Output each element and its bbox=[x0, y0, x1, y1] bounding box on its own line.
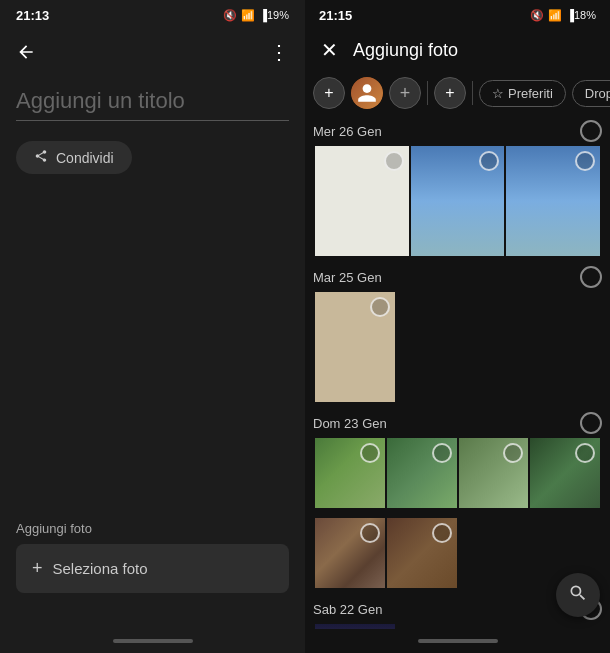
date-label-2: Mar 25 Gen bbox=[313, 270, 382, 285]
preferiti-chip[interactable]: ☆ Preferiti bbox=[479, 80, 566, 107]
photo-thumb[interactable] bbox=[411, 146, 505, 256]
right-status-icons: 🔇 📶 ▐18% bbox=[530, 9, 596, 22]
header-title: Aggiungi foto bbox=[353, 40, 602, 61]
add-photos-label: Aggiungi foto bbox=[16, 521, 289, 536]
battery-icon: ▐19% bbox=[259, 9, 289, 21]
add-photos-section: Aggiungi foto + Seleziona foto bbox=[0, 521, 305, 593]
chip-divider bbox=[427, 81, 428, 105]
zoom-fab[interactable] bbox=[556, 573, 600, 617]
date-row-2: Mar 25 Gen bbox=[313, 266, 602, 288]
photo-select-circle[interactable] bbox=[360, 523, 380, 543]
home-indicator bbox=[113, 639, 193, 643]
photos-grid-3b bbox=[313, 518, 602, 588]
select-photos-label: Seleziona foto bbox=[53, 560, 148, 577]
date-section-3: Dom 23 Gen bbox=[305, 406, 610, 512]
left-panel: 21:13 🔇 📶 ▐19% ⋮ Aggiungi un titolo Cond… bbox=[0, 0, 305, 653]
chip-add-2[interactable]: + bbox=[389, 77, 421, 109]
date-label-3: Dom 23 Gen bbox=[313, 416, 387, 431]
dropbox-label: Drop Box bbox=[585, 86, 610, 101]
photo-select-circle[interactable] bbox=[575, 443, 595, 463]
right-header: ✕ Aggiungi foto bbox=[305, 28, 610, 72]
chip-add-1[interactable]: + bbox=[313, 77, 345, 109]
mute-icon: 🔇 bbox=[223, 9, 237, 22]
date-row-1: Mer 26 Gen bbox=[313, 120, 602, 142]
photo-select-circle[interactable] bbox=[503, 443, 523, 463]
date-label-1: Mer 26 Gen bbox=[313, 124, 382, 139]
chips-row: + + + ☆ Preferiti Drop Box bbox=[305, 72, 610, 114]
photo-thumb[interactable] bbox=[315, 438, 385, 508]
select-circle-2[interactable] bbox=[580, 266, 602, 288]
right-bottom-bar bbox=[305, 629, 610, 653]
share-icon bbox=[34, 149, 48, 166]
share-button[interactable]: Condividi bbox=[16, 141, 132, 174]
star-icon: ☆ bbox=[492, 86, 504, 101]
photo-select-circle[interactable] bbox=[360, 443, 380, 463]
date-section-1: Mer 26 Gen bbox=[305, 114, 610, 260]
date-label-4: Sab 22 Gen bbox=[313, 602, 382, 617]
photo-thumb-empty bbox=[459, 518, 529, 588]
mute-icon-right: 🔇 bbox=[530, 9, 544, 22]
chip-avatar[interactable] bbox=[351, 77, 383, 109]
more-button[interactable]: ⋮ bbox=[261, 34, 297, 70]
left-status-icons: 🔇 📶 ▐19% bbox=[223, 9, 289, 22]
right-status-bar: 21:15 🔇 📶 ▐18% bbox=[305, 0, 610, 28]
plus-icon: + bbox=[32, 558, 43, 579]
date-section-2: Mar 25 Gen bbox=[305, 260, 610, 406]
photo-select-circle[interactable] bbox=[432, 443, 452, 463]
left-time: 21:13 bbox=[16, 8, 49, 23]
avatar-image bbox=[351, 77, 383, 109]
plus-icon-chip3: + bbox=[445, 84, 454, 102]
close-icon: ✕ bbox=[321, 38, 338, 62]
photo-thumb[interactable] bbox=[506, 146, 600, 256]
photo-select-circle[interactable] bbox=[575, 151, 595, 171]
photo-thumb[interactable] bbox=[315, 292, 395, 402]
select-photos-button[interactable]: + Seleziona foto bbox=[16, 544, 289, 593]
left-status-bar: 21:13 🔇 📶 ▐19% bbox=[0, 0, 305, 28]
signal-icon-right: 📶 bbox=[548, 9, 562, 22]
photo-select-circle[interactable] bbox=[370, 297, 390, 317]
zoom-icon bbox=[568, 583, 588, 608]
dropbox-chip[interactable]: Drop Box bbox=[572, 80, 610, 107]
more-icon: ⋮ bbox=[269, 40, 289, 64]
select-circle-3[interactable] bbox=[580, 412, 602, 434]
photo-thumb[interactable] bbox=[530, 438, 600, 508]
plus-icon-chip2: + bbox=[400, 83, 411, 104]
right-time: 21:15 bbox=[319, 8, 352, 23]
right-panel: 21:15 🔇 📶 ▐18% ✕ Aggiungi foto + + bbox=[305, 0, 610, 653]
photo-select-circle[interactable] bbox=[479, 151, 499, 171]
battery-icon-right: ▐18% bbox=[566, 9, 596, 21]
photo-select-circle[interactable] bbox=[384, 151, 404, 171]
chip-divider-2 bbox=[472, 81, 473, 105]
photo-thumb[interactable] bbox=[315, 518, 385, 588]
preferiti-label: Preferiti bbox=[508, 86, 553, 101]
photos-grid-2 bbox=[313, 292, 602, 402]
photo-thumb[interactable] bbox=[459, 438, 529, 508]
select-circle-1[interactable] bbox=[580, 120, 602, 142]
photos-grid-1 bbox=[313, 146, 602, 256]
photo-thumb[interactable] bbox=[315, 146, 409, 256]
photo-thumb[interactable] bbox=[387, 518, 457, 588]
photo-thumb[interactable] bbox=[387, 438, 457, 508]
chip-add-3[interactable]: + bbox=[434, 77, 466, 109]
date-row-3: Dom 23 Gen bbox=[313, 412, 602, 434]
photo-select-circle[interactable] bbox=[432, 523, 452, 543]
photos-grid-3 bbox=[313, 438, 602, 508]
share-label: Condividi bbox=[56, 150, 114, 166]
left-bottom-bar bbox=[0, 629, 305, 653]
back-button[interactable] bbox=[8, 34, 44, 70]
signal-icon: 📶 bbox=[241, 9, 255, 22]
plus-icon-chip1: + bbox=[324, 84, 333, 102]
photos-scroll[interactable]: Mer 26 Gen Mar 25 Gen bbox=[305, 114, 610, 629]
left-toolbar: ⋮ bbox=[0, 28, 305, 76]
title-input-placeholder[interactable]: Aggiungi un titolo bbox=[16, 88, 289, 121]
close-button[interactable]: ✕ bbox=[313, 34, 345, 66]
home-indicator-right bbox=[418, 639, 498, 643]
photo-thumb[interactable] bbox=[315, 624, 395, 629]
